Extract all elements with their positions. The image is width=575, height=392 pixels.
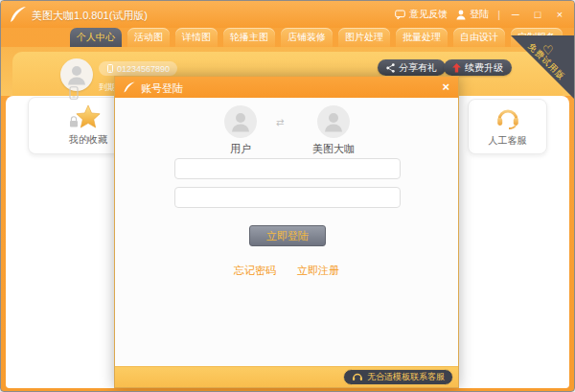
user-phone-number: 01234567890 xyxy=(117,64,170,74)
titlebar-right-cluster: 意见反馈 登陆 | ─ □ × xyxy=(395,1,566,28)
headset-icon xyxy=(495,106,520,129)
share-reward-button[interactable]: 分享有礼 xyxy=(378,59,446,76)
avatar-person-icon xyxy=(67,64,86,85)
tab-detail-image[interactable]: 详情图 xyxy=(175,28,218,47)
avatar-person-icon xyxy=(231,111,250,132)
close-icon[interactable]: × xyxy=(553,1,566,28)
main-tab-bar: 个人中心 活动图 详情图 轮播主图 店铺装修 图片处理 批量处理 自由设计 定制… xyxy=(70,28,563,47)
tab-batch-process[interactable]: 批量处理 xyxy=(396,28,448,47)
tab-personal-center[interactable]: 个人中心 xyxy=(70,28,122,47)
app-window: 美图大咖1.0.801(试用版) 意见反馈 登陆 | ─ □ × xyxy=(0,0,575,392)
login-submit-label: 立即登陆 xyxy=(266,229,309,243)
window-title: 美图大咖1.0.801(试用版) xyxy=(32,9,148,23)
username-input[interactable] xyxy=(174,158,401,179)
login-entry-label: 登陆 xyxy=(470,8,489,21)
customer-service-tile-label: 人工客服 xyxy=(489,134,527,148)
customer-service-tile[interactable]: 人工客服 xyxy=(468,99,547,154)
register-link[interactable]: 立即注册 xyxy=(297,264,339,278)
brand-label: 美图大咖 xyxy=(303,142,364,156)
up-arrow-icon xyxy=(452,63,461,73)
modal-links-row: 忘记密码 立即注册 xyxy=(115,264,458,278)
login-entry-button[interactable]: 登陆 xyxy=(456,8,489,21)
avatar-person-icon xyxy=(324,111,343,132)
star-icon xyxy=(76,104,101,128)
modal-feather-icon xyxy=(123,81,136,94)
tab-activity-image[interactable]: 活动图 xyxy=(127,28,170,47)
brand-avatar xyxy=(317,105,350,138)
speech-bubble-icon xyxy=(395,10,405,20)
feedback-button[interactable]: 意见反馈 xyxy=(395,8,448,21)
user-role-avatar xyxy=(224,105,257,138)
tab-carousel-image[interactable]: 轮播主图 xyxy=(223,28,275,47)
titlebar-separator: | xyxy=(497,9,500,20)
modal-footer-bar: 无合适模板联系客服 xyxy=(115,366,458,387)
share-icon xyxy=(386,63,395,73)
login-submit-button[interactable]: 立即登陆 xyxy=(249,225,326,246)
tab-shop-decorate[interactable]: 店铺装修 xyxy=(281,28,333,47)
password-input[interactable] xyxy=(174,187,401,208)
share-reward-label: 分享有礼 xyxy=(399,61,437,75)
tab-free-design[interactable]: 自由设计 xyxy=(453,28,505,47)
title-bar: 美图大咖1.0.801(试用版) 意见反馈 登陆 | ─ □ × xyxy=(1,1,574,28)
favorites-tile-label: 我的收藏 xyxy=(69,133,107,147)
person-icon xyxy=(456,10,466,20)
forgot-password-link[interactable]: 忘记密码 xyxy=(234,264,276,278)
user-role-label: 用户 xyxy=(224,142,257,156)
login-modal: 账号登陆 × ⇄ 用户 美图大咖 立即登陆 忘记密码 立即注册 xyxy=(114,76,459,388)
renew-upgrade-label: 续费升级 xyxy=(465,61,503,75)
app-logo-feather-icon xyxy=(9,5,28,24)
login-modal-title: 账号登陆 xyxy=(141,81,183,96)
user-phone-badge: 01234567890 xyxy=(99,61,177,76)
renew-upgrade-button[interactable]: 续费升级 xyxy=(444,59,512,76)
maximize-icon[interactable]: □ xyxy=(531,1,544,28)
headset-small-icon xyxy=(352,372,363,382)
contact-service-button[interactable]: 无合适模板联系客服 xyxy=(343,369,453,385)
exchange-arrows-icon: ⇄ xyxy=(276,117,284,127)
minimize-icon[interactable]: ─ xyxy=(509,1,522,28)
login-modal-header: 账号登陆 × xyxy=(115,77,458,98)
tab-image-process[interactable]: 图片处理 xyxy=(338,28,390,47)
feedback-label: 意见反馈 xyxy=(409,8,448,21)
contact-service-label: 无合适模板联系客服 xyxy=(367,371,445,383)
phone-icon xyxy=(106,64,114,73)
modal-close-icon[interactable]: × xyxy=(442,80,449,95)
user-avatar[interactable] xyxy=(60,58,93,91)
